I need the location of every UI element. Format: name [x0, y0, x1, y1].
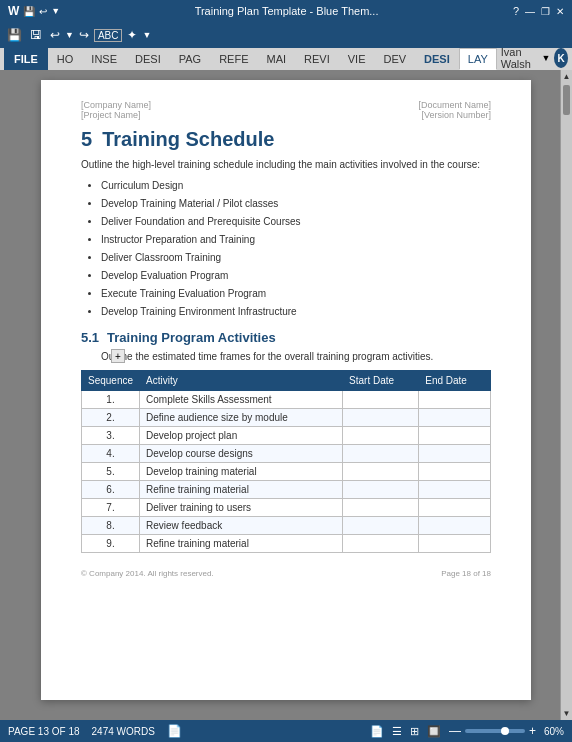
- table-add-button[interactable]: +: [111, 349, 125, 363]
- user-area: Ivan Walsh ▼ K: [497, 46, 572, 70]
- cell-activity: Develop training material: [140, 463, 343, 481]
- cell-end-date: [419, 481, 491, 499]
- copyright-text: © Company 2014. All rights reserved.: [81, 569, 214, 578]
- zoom-thumb: [501, 727, 509, 735]
- save-icon2[interactable]: 🖫: [27, 28, 45, 42]
- spell-check-icon[interactable]: ABC: [94, 29, 123, 42]
- restore-button[interactable]: ❐: [541, 6, 550, 17]
- layout-icon4[interactable]: 🔲: [427, 725, 441, 738]
- page-meta: [Company Name] [Project Name] [Document …: [81, 100, 491, 120]
- table-row: 8. Review feedback: [82, 517, 491, 535]
- project-name: [Project Name]: [81, 110, 151, 120]
- activities-list: Curriculum Design Develop Training Mater…: [101, 178, 491, 320]
- table-row: 6. Refine training material: [82, 481, 491, 499]
- cell-sequence: 1.: [82, 391, 140, 409]
- tab-developer[interactable]: DEV: [374, 48, 415, 70]
- table-header-row: Sequence Activity Start Date End Date: [82, 371, 491, 391]
- cell-activity: Refine training material: [140, 535, 343, 553]
- zoom-plus[interactable]: +: [529, 724, 536, 738]
- scrollbar[interactable]: ▲ ▼: [560, 70, 572, 720]
- tab-view[interactable]: VIE: [339, 48, 375, 70]
- cell-activity: Deliver training to users: [140, 499, 343, 517]
- list-item: Develop Training Material / Pilot classe…: [101, 196, 491, 212]
- tab-review[interactable]: REVI: [295, 48, 339, 70]
- tab-file[interactable]: FILE: [4, 48, 48, 70]
- table-desc-row: + Outline the estimated time frames for …: [81, 349, 491, 364]
- table-row: 3. Develop project plan: [82, 427, 491, 445]
- tab-home[interactable]: HO: [48, 48, 83, 70]
- user-dropdown[interactable]: ▼: [541, 53, 550, 63]
- zoom-slider[interactable]: [465, 729, 525, 733]
- quick-save-icon[interactable]: 💾: [23, 6, 35, 17]
- zoom-bar: — +: [449, 724, 536, 738]
- cell-start-date: [343, 499, 419, 517]
- title-bar-title: Training Plan Template - Blue Them...: [60, 5, 513, 17]
- scroll-down[interactable]: ▼: [561, 707, 572, 720]
- quick-dropdown[interactable]: ▼: [51, 6, 60, 16]
- quick-undo-icon[interactable]: ↩: [39, 6, 47, 17]
- table-row: 7. Deliver training to users: [82, 499, 491, 517]
- document-name: [Document Name]: [418, 100, 491, 110]
- cell-activity: Define audience size by module: [140, 409, 343, 427]
- layout-icon1[interactable]: 📄: [370, 725, 384, 738]
- zoom-minus[interactable]: —: [449, 724, 461, 738]
- version-number: [Version Number]: [418, 110, 491, 120]
- close-button[interactable]: ✕: [556, 6, 564, 17]
- layout-icon3[interactable]: ⊞: [410, 725, 419, 738]
- status-bar: PAGE 13 OF 18 2474 WORDS 📄 📄 ☰ ⊞ 🔲 — + 6…: [0, 720, 572, 742]
- cell-activity: Develop course designs: [140, 445, 343, 463]
- tab-design2[interactable]: DESI: [415, 48, 459, 70]
- cell-start-date: [343, 517, 419, 535]
- ribbon-toolbar: 💾 🖫 ↩ ▼ ↪ ABC ✦ ▼: [0, 22, 572, 48]
- page-count: PAGE 13 OF 18: [8, 726, 80, 737]
- tab-page[interactable]: PAG: [170, 48, 210, 70]
- list-item: Develop Evaluation Program: [101, 268, 491, 284]
- undo-icon[interactable]: ↩: [47, 28, 63, 42]
- tab-layout[interactable]: LAY: [459, 48, 497, 70]
- word-count: 2474 WORDS: [92, 726, 155, 737]
- cell-start-date: [343, 409, 419, 427]
- cell-start-date: [343, 481, 419, 499]
- minimize-button[interactable]: —: [525, 6, 535, 17]
- tab-insert[interactable]: INSE: [82, 48, 126, 70]
- customize-icon[interactable]: ✦: [124, 28, 140, 42]
- title-bar: W 💾 ↩ ▼ Training Plan Template - Blue Th…: [0, 0, 572, 22]
- proof-icon[interactable]: 📄: [167, 724, 182, 738]
- undo-dropdown[interactable]: ▼: [65, 30, 74, 40]
- tab-design[interactable]: DESI: [126, 48, 170, 70]
- cell-sequence: 2.: [82, 409, 140, 427]
- scroll-up[interactable]: ▲: [561, 70, 572, 83]
- redo-icon[interactable]: ↪: [76, 28, 92, 42]
- tab-mailings[interactable]: MAI: [257, 48, 295, 70]
- cell-end-date: [419, 517, 491, 535]
- subsection-description: Outline the estimated time frames for th…: [101, 351, 433, 362]
- cell-activity: Refine training material: [140, 481, 343, 499]
- scroll-thumb[interactable]: [563, 85, 570, 115]
- cell-end-date: [419, 499, 491, 517]
- tab-references[interactable]: REFE: [210, 48, 257, 70]
- page-meta-left: [Company Name] [Project Name]: [81, 100, 151, 120]
- header-start-date: Start Date: [343, 371, 419, 391]
- title-bar-controls: ? — ❐ ✕: [513, 5, 564, 17]
- table-row: 9. Refine training material: [82, 535, 491, 553]
- section-5-title: 5 Training Schedule: [81, 128, 491, 151]
- header-end-date: End Date: [419, 371, 491, 391]
- page-number: Page 18 of 18: [441, 569, 491, 578]
- cell-activity: Complete Skills Assessment: [140, 391, 343, 409]
- cell-sequence: 5.: [82, 463, 140, 481]
- layout-icon2[interactable]: ☰: [392, 725, 402, 738]
- header-sequence: Sequence: [82, 371, 140, 391]
- cell-end-date: [419, 445, 491, 463]
- header-activity: Activity: [140, 371, 343, 391]
- activities-table: Sequence Activity Start Date End Date 1.…: [81, 370, 491, 553]
- table-row: 4. Develop course designs: [82, 445, 491, 463]
- cell-sequence: 4.: [82, 445, 140, 463]
- section-number: 5: [81, 128, 92, 151]
- cell-end-date: [419, 463, 491, 481]
- word-logo: W: [8, 4, 19, 18]
- company-name: [Company Name]: [81, 100, 151, 110]
- customize-dropdown[interactable]: ▼: [142, 30, 151, 40]
- help-button[interactable]: ?: [513, 5, 519, 17]
- list-item: Develop Training Environment Infrastruct…: [101, 304, 491, 320]
- save-icon[interactable]: 💾: [4, 28, 25, 42]
